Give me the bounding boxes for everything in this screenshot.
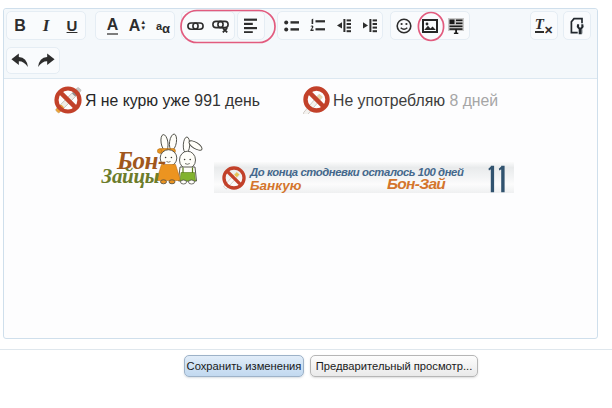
svg-text:Зайцы: Зайцы <box>101 164 160 188</box>
